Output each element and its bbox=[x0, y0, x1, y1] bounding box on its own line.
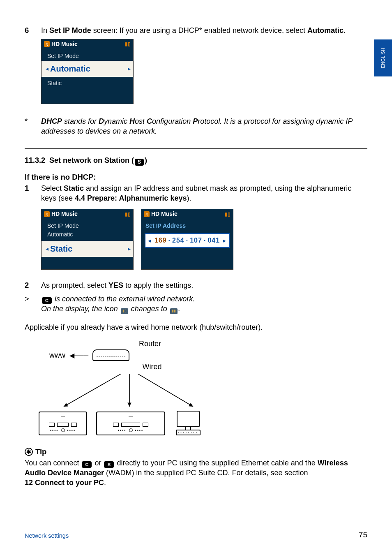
menu-item-label: Automatic bbox=[50, 63, 90, 74]
txt: ) bbox=[145, 156, 147, 164]
step-2-number: 2 bbox=[25, 280, 41, 291]
www-label: www bbox=[49, 350, 65, 360]
music-icon: ♫ bbox=[144, 211, 150, 217]
device-screen-set-ip-mode-auto: ♫ HD Music ▮▯ Set IP Mode ◂Automatic ▸ S… bbox=[41, 39, 134, 104]
result-marker: > bbox=[25, 294, 41, 314]
menu-item-static[interactable]: ◂Static ▸ bbox=[42, 241, 133, 257]
txt: stands for bbox=[62, 117, 99, 125]
tip-icon: ✱ bbox=[25, 448, 33, 456]
txt: . bbox=[344, 26, 346, 35]
footer-section-name: Network settings bbox=[25, 532, 69, 540]
txt: D bbox=[99, 117, 104, 125]
txt: changes to bbox=[129, 305, 169, 313]
device-small-icon: ── •••••••• bbox=[39, 412, 87, 435]
txt: . bbox=[104, 479, 106, 487]
step-6-number: 6 bbox=[25, 25, 41, 36]
footnote-marker: * bbox=[25, 116, 41, 136]
menu-item-label: Static bbox=[50, 243, 72, 254]
device-screen-title: Set IP Address bbox=[141, 219, 233, 231]
txt: ynamic bbox=[104, 117, 129, 125]
right-caret-icon: ▸ bbox=[223, 237, 226, 245]
txt: ost bbox=[135, 117, 147, 125]
left-caret-icon: ◂ bbox=[148, 237, 151, 245]
txt: . bbox=[178, 305, 180, 313]
network-diagram: Router www ◀─── Wired ── • bbox=[41, 339, 205, 435]
txt: YES bbox=[108, 281, 123, 289]
device-screens-static-ip: ♫HD Music ▮▯ Set IP Mode Automatic ◂Stat… bbox=[41, 206, 367, 270]
txt: 4.4 Prepare: Alphanumeric keys bbox=[75, 194, 187, 202]
txt: screen: If you are using a DHCP* enabled… bbox=[91, 26, 307, 35]
device-header: ♫HD Music ▮▯ bbox=[141, 209, 233, 219]
section-divider bbox=[25, 148, 367, 149]
txt: (WADM) in the supplied PC Suite CD. For … bbox=[104, 469, 308, 477]
dhcp-footnote: * DHCP stands for Dynamic Host Configura… bbox=[25, 116, 367, 136]
step-2: 2 As prompted, select YES to apply the s… bbox=[25, 280, 367, 291]
txt: to apply the settings. bbox=[123, 281, 193, 289]
result-line: > C is connected to the external wired n… bbox=[25, 294, 367, 314]
step-2-text: As prompted, select YES to apply the set… bbox=[41, 280, 367, 291]
signal-old-icon: ▮▯ bbox=[121, 308, 128, 314]
router-label: Router bbox=[95, 339, 205, 349]
txt: DHCP bbox=[41, 117, 62, 125]
station-badge-icon: S bbox=[104, 461, 114, 468]
txt: Select bbox=[41, 184, 64, 192]
device-screen-set-ip-address: ♫HD Music ▮▯ Set IP Address ◂ 169·254·10… bbox=[141, 209, 233, 270]
txt: You can connect bbox=[25, 459, 81, 467]
ip-octets: 169·254·107·041 bbox=[153, 236, 221, 245]
right-caret-icon: ▸ bbox=[128, 245, 131, 253]
tip-text: You can connect C or S directly to your … bbox=[25, 458, 367, 488]
left-caret-icon: ◂ bbox=[46, 245, 48, 253]
menu-item-static[interactable]: Static bbox=[42, 77, 133, 90]
txt: directly to your PC using the supplied E… bbox=[115, 459, 317, 467]
txt: onfiguration bbox=[152, 117, 193, 125]
device-title: HD Music bbox=[51, 210, 78, 218]
left-caret-icon: ◂ bbox=[46, 65, 48, 73]
result-text: C is connected to the external wired net… bbox=[41, 294, 367, 314]
music-icon: ♫ bbox=[44, 41, 50, 47]
signal-icon: ▮▯ bbox=[125, 41, 131, 47]
pc-icon bbox=[174, 411, 202, 435]
device-screen-title: Set IP Mode bbox=[42, 219, 133, 231]
ip-octet-4: 041 bbox=[208, 236, 220, 245]
txt: or bbox=[92, 459, 103, 467]
diagram-connection-lines bbox=[49, 374, 214, 411]
music-icon: ♫ bbox=[44, 211, 50, 217]
ip-octet-2: 254 bbox=[172, 236, 184, 245]
txt: In bbox=[41, 26, 49, 35]
router-icon bbox=[92, 349, 129, 361]
device-screen-set-ip-mode-static: ♫HD Music ▮▯ Set IP Mode Automatic ◂Stat… bbox=[41, 209, 134, 270]
txt: C bbox=[147, 117, 152, 125]
step-6: 6 In Set IP Mode screen: If you are usin… bbox=[25, 25, 367, 36]
language-tab: ENGLISH bbox=[374, 39, 392, 76]
wired-label: Wired bbox=[99, 362, 205, 372]
arrow-left-icon: ◀─── bbox=[69, 351, 88, 360]
step-1-text: Select Static and assign an IP address a… bbox=[41, 183, 367, 204]
center-badge-icon: C bbox=[42, 297, 52, 304]
ip-octet-3: 107 bbox=[190, 236, 202, 245]
right-caret-icon: ▸ bbox=[128, 65, 131, 73]
step-1: 1 Select Static and assign an IP address… bbox=[25, 183, 367, 204]
step-6-text: In Set IP Mode screen: If you are using … bbox=[41, 25, 367, 36]
txt: ). bbox=[187, 194, 191, 202]
station-badge-icon: S bbox=[135, 159, 144, 166]
txt: P bbox=[193, 117, 198, 125]
footnote-text: DHCP stands for Dynamic Host Configurati… bbox=[41, 116, 367, 136]
subsection-title: Set network on Station ( bbox=[49, 156, 134, 164]
applicable-note: Applicable if you already have a wired h… bbox=[25, 322, 367, 332]
device-title: HD Music bbox=[51, 40, 78, 48]
signal-icon: ▮▯ bbox=[225, 211, 231, 217]
tip-label: Tip bbox=[35, 447, 46, 457]
subsection-heading: 11.3.2 Set network on Station (S) bbox=[25, 155, 367, 166]
device-wide-icon: ── •••••••• bbox=[96, 412, 165, 435]
brand-mark: ── bbox=[39, 415, 86, 419]
signal-icon: ▮▯ bbox=[125, 211, 131, 217]
ip-address-input[interactable]: ◂ 169·254·107·041 ▸ bbox=[145, 233, 230, 248]
language-tab-label: ENGLISH bbox=[380, 48, 386, 68]
txt: As prompted, select bbox=[41, 281, 108, 289]
svg-line-0 bbox=[64, 374, 121, 407]
device-header: ♫ HD Music ▮▯ bbox=[42, 39, 133, 49]
menu-item-automatic[interactable]: ◂Automatic ▸ bbox=[42, 61, 133, 77]
svg-line-2 bbox=[138, 374, 193, 407]
menu-item-automatic[interactable]: Automatic bbox=[42, 231, 133, 241]
condition-heading: If there is no DHCP: bbox=[25, 172, 367, 183]
